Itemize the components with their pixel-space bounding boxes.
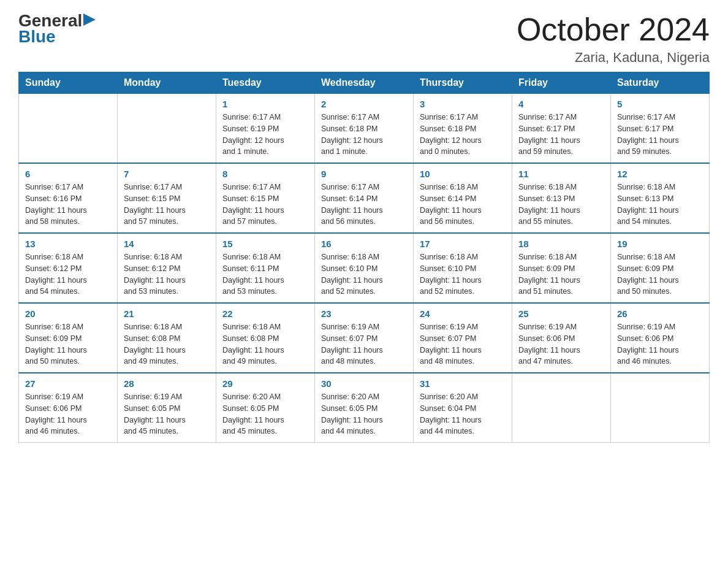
- day-number: 22: [222, 308, 308, 319]
- calendar-cell: 21Sunrise: 6:18 AM Sunset: 6:08 PM Dayli…: [118, 303, 216, 373]
- day-number: 4: [518, 99, 604, 109]
- day-number: 23: [321, 308, 407, 319]
- day-info: Sunrise: 6:18 AM Sunset: 6:08 PM Dayligh…: [124, 323, 186, 366]
- logo-blue-text: Blue: [18, 27, 56, 47]
- day-info: Sunrise: 6:19 AM Sunset: 6:06 PM Dayligh…: [25, 393, 87, 435]
- calendar-cell: 1Sunrise: 6:17 AM Sunset: 6:19 PM Daylig…: [216, 94, 315, 164]
- calendar-cell: [611, 373, 710, 443]
- calendar-cell: 2Sunrise: 6:17 AM Sunset: 6:18 PM Daylig…: [315, 94, 414, 164]
- calendar-cell: 15Sunrise: 6:18 AM Sunset: 6:11 PM Dayli…: [216, 233, 315, 303]
- calendar-cell: 9Sunrise: 6:17 AM Sunset: 6:14 PM Daylig…: [315, 163, 414, 233]
- day-number: 27: [25, 378, 111, 389]
- day-info: Sunrise: 6:18 AM Sunset: 6:09 PM Dayligh…: [617, 253, 679, 296]
- day-number: 25: [518, 308, 604, 319]
- calendar-cell: 16Sunrise: 6:18 AM Sunset: 6:10 PM Dayli…: [315, 233, 414, 303]
- day-number: 10: [420, 169, 506, 179]
- month-title: October 2024: [517, 12, 710, 47]
- day-info: Sunrise: 6:19 AM Sunset: 6:06 PM Dayligh…: [518, 323, 580, 366]
- day-number: 16: [321, 239, 407, 249]
- col-saturday: Saturday: [611, 72, 710, 94]
- day-info: Sunrise: 6:18 AM Sunset: 6:09 PM Dayligh…: [25, 323, 87, 366]
- location-text: Zaria, Kaduna, Nigeria: [517, 50, 710, 66]
- calendar-cell: 23Sunrise: 6:19 AM Sunset: 6:07 PM Dayli…: [315, 303, 414, 373]
- day-info: Sunrise: 6:17 AM Sunset: 6:19 PM Dayligh…: [222, 113, 284, 156]
- col-monday: Monday: [118, 72, 216, 94]
- day-number: 1: [222, 99, 308, 109]
- day-info: Sunrise: 6:18 AM Sunset: 6:13 PM Dayligh…: [617, 183, 679, 226]
- calendar-cell: 27Sunrise: 6:19 AM Sunset: 6:06 PM Dayli…: [19, 373, 118, 443]
- day-number: 5: [617, 99, 703, 109]
- day-number: 31: [420, 378, 506, 389]
- calendar-cell: 20Sunrise: 6:18 AM Sunset: 6:09 PM Dayli…: [19, 303, 118, 373]
- day-number: 18: [518, 239, 604, 249]
- day-number: 13: [25, 239, 111, 249]
- day-number: 8: [222, 169, 308, 179]
- calendar-week-row: 6Sunrise: 6:17 AM Sunset: 6:16 PM Daylig…: [19, 163, 710, 233]
- calendar-week-row: 20Sunrise: 6:18 AM Sunset: 6:09 PM Dayli…: [19, 303, 710, 373]
- svg-marker-0: [83, 13, 96, 26]
- day-info: Sunrise: 6:19 AM Sunset: 6:07 PM Dayligh…: [420, 323, 482, 366]
- day-info: Sunrise: 6:18 AM Sunset: 6:13 PM Dayligh…: [518, 183, 580, 226]
- calendar-week-row: 13Sunrise: 6:18 AM Sunset: 6:12 PM Dayli…: [19, 233, 710, 303]
- calendar-cell: 11Sunrise: 6:18 AM Sunset: 6:13 PM Dayli…: [512, 163, 611, 233]
- day-info: Sunrise: 6:17 AM Sunset: 6:14 PM Dayligh…: [321, 183, 383, 226]
- day-info: Sunrise: 6:19 AM Sunset: 6:05 PM Dayligh…: [124, 393, 186, 435]
- day-number: 30: [321, 378, 407, 389]
- calendar-header: Sunday Monday Tuesday Wednesday Thursday…: [19, 72, 710, 94]
- day-number: 6: [25, 169, 111, 179]
- day-number: 26: [617, 308, 703, 319]
- day-info: Sunrise: 6:17 AM Sunset: 6:17 PM Dayligh…: [617, 113, 679, 156]
- day-info: Sunrise: 6:17 AM Sunset: 6:15 PM Dayligh…: [124, 183, 186, 226]
- calendar-cell: 31Sunrise: 6:20 AM Sunset: 6:04 PM Dayli…: [414, 373, 512, 443]
- calendar-cell: 26Sunrise: 6:19 AM Sunset: 6:06 PM Dayli…: [611, 303, 710, 373]
- col-thursday: Thursday: [414, 72, 512, 94]
- day-number: 21: [124, 308, 210, 319]
- calendar-cell: [512, 373, 611, 443]
- calendar-body: 1Sunrise: 6:17 AM Sunset: 6:19 PM Daylig…: [19, 94, 710, 443]
- calendar-cell: 6Sunrise: 6:17 AM Sunset: 6:16 PM Daylig…: [19, 163, 118, 233]
- day-info: Sunrise: 6:18 AM Sunset: 6:10 PM Dayligh…: [420, 253, 482, 296]
- day-info: Sunrise: 6:20 AM Sunset: 6:04 PM Dayligh…: [420, 393, 482, 435]
- day-number: 2: [321, 99, 407, 109]
- calendar-cell: 18Sunrise: 6:18 AM Sunset: 6:09 PM Dayli…: [512, 233, 611, 303]
- day-info: Sunrise: 6:19 AM Sunset: 6:06 PM Dayligh…: [617, 323, 679, 366]
- calendar-cell: 7Sunrise: 6:17 AM Sunset: 6:15 PM Daylig…: [118, 163, 216, 233]
- page-header: General Blue October 2024 Zaria, Kaduna,…: [18, 12, 710, 66]
- day-info: Sunrise: 6:20 AM Sunset: 6:05 PM Dayligh…: [222, 393, 284, 435]
- calendar-week-row: 1Sunrise: 6:17 AM Sunset: 6:19 PM Daylig…: [19, 94, 710, 164]
- header-row: Sunday Monday Tuesday Wednesday Thursday…: [19, 72, 710, 94]
- col-wednesday: Wednesday: [315, 72, 414, 94]
- calendar-cell: 28Sunrise: 6:19 AM Sunset: 6:05 PM Dayli…: [118, 373, 216, 443]
- calendar-cell: [118, 94, 216, 164]
- day-number: 15: [222, 239, 308, 249]
- col-sunday: Sunday: [19, 72, 118, 94]
- day-number: 24: [420, 308, 506, 319]
- day-number: 7: [124, 169, 210, 179]
- day-number: 14: [124, 239, 210, 249]
- calendar-week-row: 27Sunrise: 6:19 AM Sunset: 6:06 PM Dayli…: [19, 373, 710, 443]
- day-info: Sunrise: 6:17 AM Sunset: 6:18 PM Dayligh…: [420, 113, 482, 156]
- logo: General Blue: [18, 12, 96, 47]
- calendar-cell: 3Sunrise: 6:17 AM Sunset: 6:18 PM Daylig…: [414, 94, 512, 164]
- day-info: Sunrise: 6:17 AM Sunset: 6:15 PM Dayligh…: [222, 183, 284, 226]
- calendar-cell: 25Sunrise: 6:19 AM Sunset: 6:06 PM Dayli…: [512, 303, 611, 373]
- calendar-cell: 19Sunrise: 6:18 AM Sunset: 6:09 PM Dayli…: [611, 233, 710, 303]
- day-info: Sunrise: 6:20 AM Sunset: 6:05 PM Dayligh…: [321, 393, 383, 435]
- title-area: October 2024 Zaria, Kaduna, Nigeria: [517, 12, 710, 66]
- calendar-cell: 24Sunrise: 6:19 AM Sunset: 6:07 PM Dayli…: [414, 303, 512, 373]
- day-info: Sunrise: 6:17 AM Sunset: 6:17 PM Dayligh…: [518, 113, 580, 156]
- day-number: 12: [617, 169, 703, 179]
- calendar-cell: 22Sunrise: 6:18 AM Sunset: 6:08 PM Dayli…: [216, 303, 315, 373]
- calendar-cell: 13Sunrise: 6:18 AM Sunset: 6:12 PM Dayli…: [19, 233, 118, 303]
- calendar-cell: 8Sunrise: 6:17 AM Sunset: 6:15 PM Daylig…: [216, 163, 315, 233]
- calendar-table: Sunday Monday Tuesday Wednesday Thursday…: [18, 72, 710, 443]
- day-info: Sunrise: 6:18 AM Sunset: 6:12 PM Dayligh…: [124, 253, 186, 296]
- calendar-cell: 29Sunrise: 6:20 AM Sunset: 6:05 PM Dayli…: [216, 373, 315, 443]
- day-info: Sunrise: 6:19 AM Sunset: 6:07 PM Dayligh…: [321, 323, 383, 366]
- col-friday: Friday: [512, 72, 611, 94]
- day-info: Sunrise: 6:18 AM Sunset: 6:08 PM Dayligh…: [222, 323, 284, 366]
- calendar-cell: 4Sunrise: 6:17 AM Sunset: 6:17 PM Daylig…: [512, 94, 611, 164]
- day-number: 3: [420, 99, 506, 109]
- day-info: Sunrise: 6:18 AM Sunset: 6:12 PM Dayligh…: [25, 253, 87, 296]
- calendar-cell: [19, 94, 118, 164]
